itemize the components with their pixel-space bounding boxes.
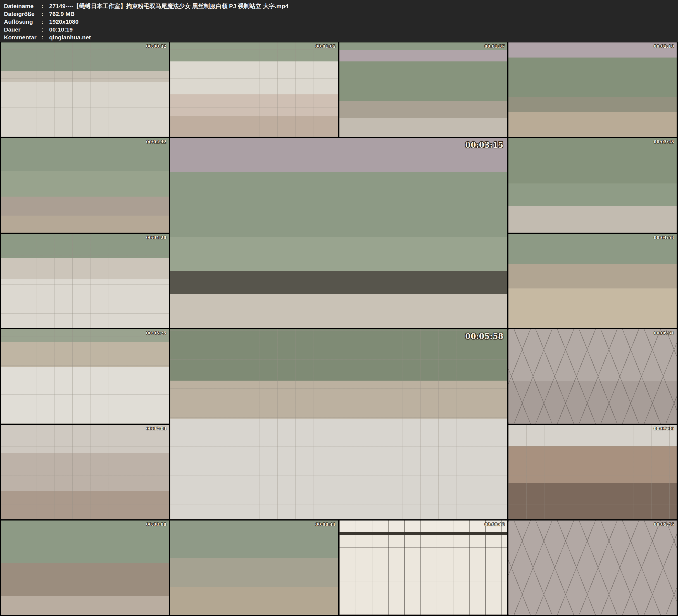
timestamp-badge: 00:07:03: [146, 426, 166, 431]
thumbnail: 00:05:25: [1, 329, 169, 424]
timestamp-badge: 00:01:37: [484, 44, 505, 49]
thumbnail: 00:07:36: [509, 425, 677, 519]
thumbnail: 00:01:05: [170, 42, 338, 137]
thumbnail: 00:09:13: [339, 521, 507, 615]
thumbnail-grid: 00:00:32 00:01:05 00:01:37 00:02:10 00:0…: [0, 42, 678, 616]
file-info-label: Kommentar: [4, 34, 41, 41]
thumbnail: 00:03:48: [509, 138, 677, 232]
thumbnail: 00:09:46: [509, 521, 677, 615]
timestamp-badge: 00:05:58: [465, 332, 504, 341]
thumbnail: 00:01:37: [339, 42, 507, 137]
timestamp-badge: 00:01:05: [315, 44, 336, 49]
file-info-row: Dauer : 00:10:19: [4, 26, 678, 34]
timestamp-badge: 00:02:10: [654, 44, 674, 49]
file-info-label: Dateigröße: [4, 10, 41, 18]
thumbnail: 00:05:58: [170, 329, 507, 519]
contact-sheet: Dateiname : 27149----【绳缚日本工作室】拘束粉毛双马尾魔法少…: [0, 0, 678, 616]
filesize-value: 762.9 MB: [49, 10, 678, 18]
file-info-row: Dateigröße : 762.9 MB: [4, 10, 678, 18]
timestamp-badge: 00:04:53: [654, 235, 674, 240]
thumbnail: 00:08:08: [1, 521, 169, 615]
thumbnail: 00:04:20: [1, 234, 169, 328]
file-info-label: Dateiname: [4, 2, 41, 10]
file-info-row: Dateiname : 27149----【绳缚日本工作室】拘束粉毛双马尾魔法少…: [4, 2, 678, 10]
timestamp-badge: 00:03:15: [465, 141, 504, 149]
thumbnail: 00:04:53: [509, 234, 677, 328]
thumbnail: 00:00:32: [1, 42, 169, 137]
file-info-row: Auflösung : 1920x1080: [4, 18, 678, 26]
file-info-label: Dauer: [4, 26, 41, 34]
timestamp-badge: 00:04:20: [146, 235, 166, 240]
file-info-separator: :: [41, 10, 49, 18]
timestamp-badge: 00:09:13: [484, 522, 505, 527]
comment-value: qinglanhua.net: [49, 34, 678, 41]
file-info-separator: :: [41, 2, 49, 10]
filename-value: 27149----【绳缚日本工作室】拘束粉毛双马尾魔法少女 黑丝制服白领 PJ …: [49, 2, 678, 10]
resolution-value: 1920x1080: [49, 18, 678, 26]
file-info-row: Kommentar : qinglanhua.net: [4, 34, 678, 41]
timestamp-badge: 00:03:48: [654, 140, 674, 144]
thumbnail: 00:08:41: [170, 521, 338, 615]
timestamp-badge: 00:09:46: [654, 522, 674, 527]
thumbnail: 00:07:03: [1, 425, 169, 519]
timestamp-badge: 00:08:41: [315, 522, 336, 527]
file-info-header: Dateiname : 27149----【绳缚日本工作室】拘束粉毛双马尾魔法少…: [0, 0, 678, 42]
timestamp-badge: 00:07:36: [654, 426, 674, 431]
timestamp-badge: 00:00:32: [146, 44, 166, 49]
thumbnail: 00:02:42: [1, 138, 169, 232]
timestamp-badge: 00:06:31: [654, 331, 674, 335]
file-info-label: Auflösung: [4, 18, 41, 26]
thumbnail: 00:06:31: [509, 329, 677, 424]
timestamp-badge: 00:02:42: [146, 140, 166, 144]
file-info-separator: :: [41, 34, 49, 41]
duration-value: 00:10:19: [49, 26, 678, 34]
thumbnail: 00:03:15: [170, 138, 507, 328]
timestamp-badge: 00:08:08: [146, 522, 166, 527]
file-info-separator: :: [41, 26, 49, 34]
timestamp-badge: 00:05:25: [146, 331, 166, 335]
file-info-separator: :: [41, 18, 49, 26]
thumbnail: 00:02:10: [509, 42, 677, 137]
